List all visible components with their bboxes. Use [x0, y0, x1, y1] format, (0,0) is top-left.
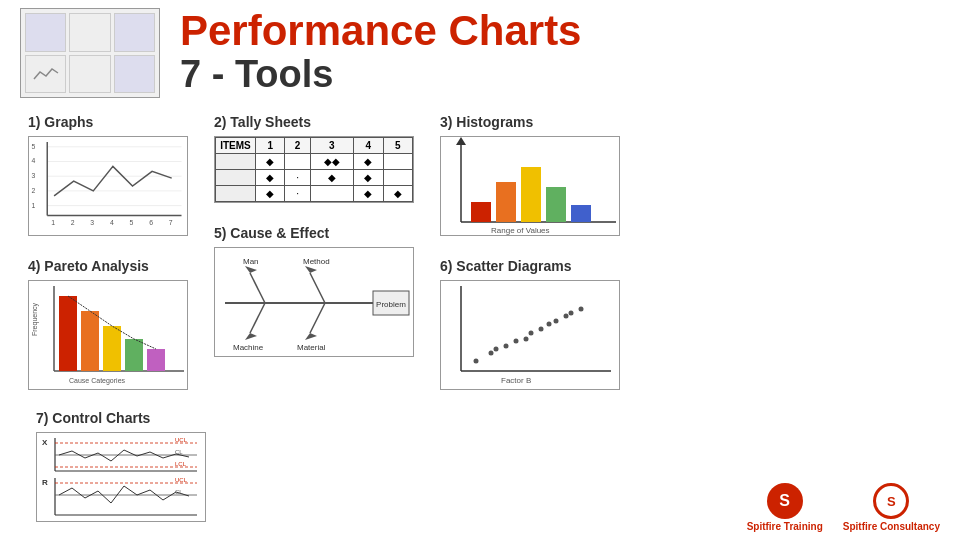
- svg-point-64: [494, 347, 499, 352]
- svg-text:Frequency: Frequency: [31, 302, 39, 336]
- svg-marker-33: [245, 266, 257, 273]
- cause-label: 5) Cause & Effect: [214, 225, 414, 241]
- svg-text:4: 4: [110, 219, 114, 226]
- svg-text:UCL: UCL: [175, 477, 188, 483]
- svg-point-65: [524, 337, 529, 342]
- svg-text:CL: CL: [175, 449, 183, 455]
- svg-text:Method: Method: [303, 257, 330, 266]
- table-row: ◆· ◆◆: [216, 186, 413, 202]
- svg-text:2: 2: [71, 219, 75, 226]
- tally-table: ITEMS 1 2 3 4 5 ◆ ◆◆◆: [215, 137, 413, 202]
- svg-text:Material: Material: [297, 343, 326, 352]
- svg-rect-22: [59, 296, 77, 371]
- svg-text:X: X: [42, 438, 48, 447]
- svg-text:7: 7: [169, 219, 173, 226]
- svg-rect-49: [521, 167, 541, 222]
- scatter-chart: Factor B: [440, 280, 620, 390]
- svg-point-63: [579, 307, 584, 312]
- svg-text:5: 5: [32, 143, 36, 150]
- pareto-chart: Frequency Cause Categories: [28, 280, 188, 390]
- svg-marker-39: [245, 333, 257, 340]
- cause-chart: Problem Man Method Machine Material: [214, 247, 414, 357]
- svg-point-67: [569, 311, 574, 316]
- svg-text:1: 1: [51, 219, 55, 226]
- tally-label: 2) Tally Sheets: [214, 114, 414, 130]
- svg-text:Range of Values: Range of Values: [491, 226, 550, 235]
- svg-rect-26: [147, 349, 165, 371]
- tally-header-5: 5: [383, 138, 413, 154]
- svg-point-60: [539, 327, 544, 332]
- svg-rect-23: [81, 311, 99, 371]
- svg-point-62: [564, 314, 569, 319]
- svg-rect-48: [496, 182, 516, 222]
- svg-rect-50: [546, 187, 566, 222]
- svg-line-32: [250, 273, 265, 303]
- svg-text:CL: CL: [175, 489, 183, 495]
- graphs-label: 1) Graphs: [28, 114, 188, 130]
- spitfire-consultancy-text: Spitfire Consultancy: [843, 521, 940, 532]
- svg-marker-45: [456, 137, 466, 145]
- svg-text:3: 3: [90, 219, 94, 226]
- svg-text:R: R: [42, 478, 48, 487]
- svg-rect-47: [471, 202, 491, 222]
- svg-marker-36: [305, 266, 317, 273]
- logo-spitfire-training: S Spitfire Training: [747, 483, 823, 532]
- pareto-section: 4) Pareto Analysis Frequency Cause Categ…: [20, 250, 196, 398]
- control-label: 7) Control Charts: [36, 410, 206, 426]
- histogram-label: 3) Histograms: [440, 114, 620, 130]
- svg-rect-24: [103, 326, 121, 371]
- svg-text:6: 6: [149, 219, 153, 226]
- svg-point-66: [547, 322, 552, 327]
- graphs-section: 1) Graphs 5 4 3 2 1: [20, 106, 196, 244]
- spitfire-training-text: Spitfire Training: [747, 521, 823, 532]
- svg-text:Cause Categories: Cause Categories: [69, 377, 126, 385]
- histogram-section: 3) Histograms Range of Values: [432, 106, 628, 244]
- pareto-label: 4) Pareto Analysis: [28, 258, 188, 274]
- tally-section: 2) Tally Sheets ITEMS 1 2 3 4 5: [206, 106, 422, 211]
- main-title: Performance Charts: [180, 8, 581, 54]
- tally-header-3: 3: [310, 138, 353, 154]
- sub-title: 7 - Tools: [180, 54, 581, 96]
- control-chart: X UCL CL LCL R: [36, 432, 206, 522]
- svg-text:4: 4: [32, 157, 36, 164]
- svg-line-35: [310, 273, 325, 303]
- spitfire-training-icon: S: [767, 483, 803, 519]
- svg-point-61: [554, 319, 559, 324]
- svg-text:2: 2: [32, 187, 36, 194]
- tally-chart: ITEMS 1 2 3 4 5 ◆ ◆◆◆: [214, 136, 414, 203]
- svg-text:UCL: UCL: [175, 437, 188, 443]
- svg-line-38: [250, 303, 265, 333]
- logo-spitfire-consultancy: S Spitfire Consultancy: [843, 483, 940, 532]
- svg-marker-42: [305, 333, 317, 340]
- svg-point-58: [514, 339, 519, 344]
- tally-header-items: ITEMS: [216, 138, 256, 154]
- svg-point-56: [489, 351, 494, 356]
- control-section: 7) Control Charts X UCL CL LCL R: [28, 402, 214, 530]
- svg-text:Problem: Problem: [376, 300, 406, 309]
- svg-text:LCL: LCL: [175, 461, 187, 467]
- spitfire-consultancy-icon: S: [873, 483, 909, 519]
- scatter-section: 6) Scatter Diagrams: [432, 250, 628, 398]
- svg-point-59: [529, 331, 534, 336]
- table-row: ◆· ◆◆: [216, 170, 413, 186]
- svg-text:5: 5: [130, 219, 134, 226]
- title-block: Performance Charts 7 - Tools: [180, 8, 581, 96]
- scatter-label: 6) Scatter Diagrams: [440, 258, 620, 274]
- tally-header-4: 4: [354, 138, 383, 154]
- header: Performance Charts 7 - Tools: [0, 0, 960, 98]
- svg-text:1: 1: [32, 202, 36, 209]
- footer: S Spitfire Training S Spitfire Consultan…: [747, 483, 940, 532]
- table-row: ◆ ◆◆◆: [216, 154, 413, 170]
- tally-header-2: 2: [285, 138, 310, 154]
- svg-point-55: [474, 359, 479, 364]
- svg-point-57: [504, 344, 509, 349]
- graphs-chart: 5 4 3 2 1 1: [28, 136, 188, 236]
- svg-text:Machine: Machine: [233, 343, 264, 352]
- svg-text:Factor B: Factor B: [501, 376, 531, 385]
- svg-rect-51: [571, 205, 591, 222]
- cause-section: 5) Cause & Effect Problem Man Method: [206, 217, 422, 365]
- histogram-chart: Range of Values: [440, 136, 620, 236]
- tally-header-1: 1: [256, 138, 285, 154]
- svg-rect-25: [125, 339, 143, 371]
- svg-line-41: [310, 303, 325, 333]
